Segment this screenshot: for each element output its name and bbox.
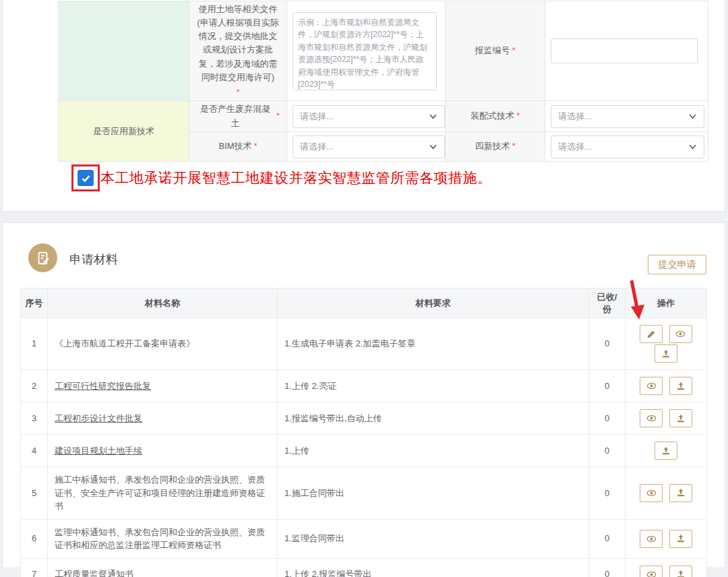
row-no: 3 [21, 402, 48, 435]
required-asterisk: * [516, 109, 520, 123]
prefab-tech-label: 装配式技术 * [446, 101, 545, 132]
land-documents-textarea[interactable] [293, 12, 437, 90]
pencil-icon [646, 330, 656, 339]
row-no: 7 [21, 558, 48, 577]
upload-button[interactable] [669, 484, 692, 502]
material-requirement: 1.施工合同带出 [278, 467, 589, 520]
received-count: 0 [589, 467, 626, 520]
received-count: 0 [589, 370, 626, 402]
application-materials-panel: 申请材料 提交申请 序号 材料名称 材料要求 已收/份 操作 1 《上海市航道工… [2, 222, 725, 568]
material-name: 《上海市航道工程开工备案申请表》 [48, 318, 278, 370]
row-operations [626, 435, 707, 467]
col-header-name: 材料名称 [48, 288, 278, 318]
table-row: 5 施工中标通知书、承发包合同和企业的营业执照、资质证书、安全生产许可证和项目经… [21, 467, 707, 520]
upload-button[interactable] [669, 530, 692, 548]
supervision-no-input[interactable] [551, 38, 698, 63]
bim-tech-cell: 请选择... [287, 132, 446, 162]
prefab-tech-select[interactable]: 请选择... [551, 105, 704, 128]
required-asterisk: * [512, 140, 515, 153]
four-new-tech-label: 四新技术 * [446, 132, 545, 162]
commitment-checkbox[interactable] [78, 170, 94, 186]
land-documents-label-title: 使用土地等相关文件 [199, 3, 278, 16]
upload-icon [661, 446, 671, 456]
material-name: 施工中标通知书、承发包合同和企业的营业执照、资质证书、安全生产许可证和项目经理的… [48, 467, 278, 520]
four-new-tech-cell: 请选择... [545, 132, 708, 162]
upload-button[interactable] [655, 442, 677, 460]
four-new-tech-select[interactable]: 请选择... [551, 135, 704, 158]
view-button[interactable] [640, 377, 663, 395]
row-operations [626, 519, 707, 558]
land-documents-cell [287, 1, 446, 101]
supervision-no-label: 报监编号 * [446, 1, 545, 101]
chevron-down-icon [688, 112, 697, 121]
col-header-operation: 操作 [626, 288, 707, 318]
table-row: 7 工程质量监督通知书 1.上传 2.报监编号带出 0 [21, 558, 707, 577]
eye-icon [646, 488, 657, 498]
row-no: 1 [21, 318, 48, 370]
view-button[interactable] [640, 530, 663, 548]
submit-application-button[interactable]: 提交申请 [648, 255, 706, 274]
category-new-tech-cell: 是否应用新技术 [59, 101, 189, 162]
chevron-down-icon [688, 142, 697, 151]
table-row: 2 工程可行性研究报告批复 1.上传 2.亮证 0 [21, 370, 707, 402]
view-button[interactable] [640, 566, 663, 577]
upload-icon [676, 534, 686, 543]
materials-table: 序号 材料名称 材料要求 已收/份 操作 1 《上海市航道工程开工备案申请表》 … [20, 288, 707, 577]
land-documents-label: 使用土地等相关文件 (申请人根据项目实际情况，提交供地批文或规划设计方案批复，若… [189, 1, 287, 101]
view-button[interactable] [669, 325, 692, 343]
upload-icon [676, 570, 686, 577]
chevron-down-icon [429, 112, 437, 121]
material-name: 监理中标通知书、承发包合同和企业的营业执照、资质证书和相应的总监注册监理工程师资… [48, 519, 278, 558]
upload-button[interactable] [669, 377, 692, 395]
eye-icon [646, 570, 657, 577]
received-count: 0 [589, 402, 626, 435]
supervision-no-cell [545, 1, 708, 101]
upload-icon [676, 382, 686, 391]
material-requirement: 1.生成电子申请表 2.加盖电子签章 [278, 318, 589, 370]
project-info-table: 使用土地等相关文件 (申请人根据项目实际情况，提交供地批文或规划设计方案批复，若… [58, 1, 708, 162]
material-name-link[interactable]: 工程可行性研究报告批复 [48, 370, 278, 402]
row-no: 4 [21, 435, 48, 467]
view-button[interactable] [640, 484, 663, 502]
material-name-link[interactable]: 工程初步设计文件批复 [48, 402, 278, 435]
table-row: 6 监理中标通知书、承发包合同和企业的营业执照、资质证书和相应的总监注册监理工程… [21, 519, 707, 558]
received-count: 0 [589, 435, 626, 467]
view-button[interactable] [640, 409, 663, 427]
upload-button[interactable] [669, 409, 692, 427]
upload-icon [676, 414, 686, 423]
row-no: 2 [21, 370, 48, 402]
material-name-link[interactable]: 建设项目规划土地手续 [48, 435, 278, 467]
required-asterisk: * [276, 109, 280, 123]
received-count: 0 [589, 318, 626, 370]
waste-concrete-select[interactable]: 请选择... [293, 105, 445, 128]
upload-button[interactable] [655, 344, 677, 363]
received-count: 0 [589, 558, 626, 577]
document-edit-icon [28, 243, 57, 272]
row-operations [626, 318, 707, 370]
construction-filing-page: { "top_form": { "required_mark": "*", "c… [0, 0, 728, 577]
material-requirement: 1.上传 2.亮证 [278, 370, 589, 402]
upload-button[interactable] [669, 566, 692, 577]
required-asterisk: * [254, 140, 257, 153]
row-operations [626, 558, 707, 577]
materials-header-row: 序号 材料名称 材料要求 已收/份 操作 [21, 288, 707, 318]
chevron-down-icon [429, 142, 437, 151]
bim-tech-select[interactable]: 请选择... [293, 135, 445, 158]
material-requirement: 1.上传 2.报监编号带出 [278, 558, 589, 577]
eye-icon [646, 534, 657, 544]
red-box-annotation [71, 164, 100, 191]
edit-button[interactable] [640, 325, 663, 343]
col-header-received: 已收/份 [589, 288, 626, 318]
bim-tech-label: BIM技术 * [189, 132, 287, 162]
material-name-link[interactable]: 工程质量监督通知书 [48, 558, 278, 577]
prefab-tech-cell: 请选择... [545, 101, 708, 132]
upload-icon [661, 349, 671, 359]
col-header-no: 序号 [21, 288, 48, 318]
row-operations [626, 467, 707, 520]
waste-concrete-label: 是否产生废弃混凝土 * [189, 101, 287, 132]
category-cell-empty [59, 1, 189, 101]
section-title: 申请材料 [69, 251, 118, 268]
required-asterisk: * [236, 86, 239, 99]
eye-icon [675, 329, 686, 339]
required-asterisk: * [512, 44, 515, 57]
